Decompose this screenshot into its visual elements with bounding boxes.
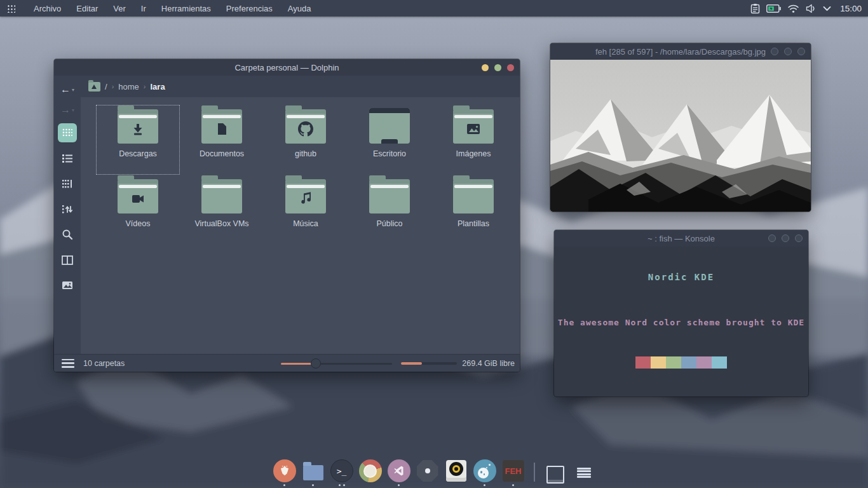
gear-icon: [417, 460, 438, 482]
compact-view-icon: [62, 179, 73, 189]
maximize-button[interactable]: [784, 48, 792, 55]
palette-swatch: [696, 356, 712, 369]
dock-vscode[interactable]: [387, 459, 411, 487]
dock-terminal[interactable]: >_: [330, 459, 354, 487]
menu-ayuda[interactable]: Ayuda: [281, 1, 318, 16]
menu-burger-button[interactable]: [62, 359, 74, 368]
menu-herramientas[interactable]: Herramientas: [154, 1, 218, 16]
breadcrumb-lara[interactable]: lara: [151, 82, 165, 92]
wifi-icon[interactable]: [787, 4, 799, 13]
breadcrumb-root[interactable]: /: [105, 82, 107, 92]
maximize-button[interactable]: [494, 64, 501, 71]
folder-item-musica[interactable]: Música: [264, 175, 348, 245]
konsole-titlebar[interactable]: ~ : fish — Konsole: [554, 230, 808, 247]
breadcrumb: / › home › lara: [81, 76, 520, 97]
terminal-heading: Nordic KDE: [554, 272, 808, 282]
forward-arrow-icon: →: [60, 104, 71, 116]
terminal-area[interactable]: Nordic KDE The awesome Nord color scheme…: [554, 247, 808, 395]
menu-ver[interactable]: Ver: [106, 1, 133, 16]
icons-view-button[interactable]: [58, 123, 77, 142]
close-button[interactable]: [797, 48, 805, 55]
app-launcher-button[interactable]: [0, 0, 22, 17]
dock-chromium[interactable]: [358, 459, 383, 487]
clipboard-icon[interactable]: [750, 3, 760, 14]
palette-swatch: [666, 356, 681, 369]
grid-icon: [7, 4, 15, 13]
dolphin-title: Carpeta personal — Dolphin: [54, 63, 520, 72]
folder-label: Público: [374, 219, 405, 229]
disk-usage-bar: [401, 362, 457, 365]
sort-button[interactable]: [58, 200, 77, 219]
split-view-button[interactable]: [58, 250, 77, 269]
maximize-button[interactable]: [782, 234, 789, 242]
folder-item-virtualbox-vms[interactable]: VirtualBox VMs: [180, 175, 264, 245]
back-caret-icon: ▾: [72, 87, 74, 93]
minimize-button[interactable]: [482, 64, 489, 71]
zoom-slider-knob[interactable]: [311, 358, 321, 369]
minimize-button[interactable]: [771, 48, 778, 55]
firefox-icon: [273, 459, 296, 482]
search-button[interactable]: [58, 225, 77, 244]
menu-preferencias[interactable]: Preferencias: [219, 1, 280, 16]
folder-item-plantillas[interactable]: Plantillas: [431, 175, 515, 245]
terminal-subtitle: The awesome Nord color scheme brought to…: [554, 318, 808, 327]
dock-media-player[interactable]: [444, 459, 468, 487]
clock[interactable]: 15:00: [840, 4, 862, 13]
folder-icon-plain: [201, 178, 242, 214]
breadcrumb-separator-icon: ›: [144, 83, 146, 90]
files-icon: [303, 465, 323, 480]
folder-item-publico[interactable]: Público: [348, 175, 431, 245]
menu-archivo[interactable]: Archivo: [27, 1, 68, 16]
folder-icon-github: [285, 108, 326, 144]
sort-icon: [62, 204, 73, 215]
folder-item-github[interactable]: github: [264, 105, 348, 175]
breadcrumb-separator-icon: ›: [112, 83, 114, 90]
folder-label: VirtualBox VMs: [192, 219, 251, 229]
folder-item-documentos[interactable]: Documentos: [180, 105, 264, 175]
dolphin-titlebar[interactable]: Carpeta personal — Dolphin: [54, 59, 520, 76]
folder-item-escritorio[interactable]: Escritorio: [348, 105, 431, 175]
dock-firefox[interactable]: [273, 459, 297, 487]
zoom-slider[interactable]: [281, 358, 392, 369]
folder-label: Escritorio: [370, 149, 409, 159]
folder-icon-document: [201, 108, 242, 144]
menu-editar[interactable]: Editar: [69, 1, 105, 16]
folder-item-videos[interactable]: Vídeos: [96, 175, 180, 245]
split-view-icon: [62, 255, 73, 265]
preview-button[interactable]: [58, 276, 77, 295]
dock-separator: [534, 463, 535, 482]
breadcrumb-home[interactable]: home: [118, 82, 139, 92]
forward-button[interactable]: → ▾: [60, 100, 74, 120]
folder-item-descargas[interactable]: Descargas: [96, 105, 180, 175]
dock-moon-app[interactable]: [473, 459, 497, 487]
compact-view-button[interactable]: [58, 174, 77, 193]
dock-settings[interactable]: [416, 459, 440, 487]
folder-item-imagenes[interactable]: Imágenes: [431, 105, 515, 175]
terminal-icon: >_: [330, 459, 353, 482]
system-tray: 15:00: [750, 3, 868, 14]
folder-icon-music: [285, 178, 326, 214]
chevron-down-icon[interactable]: [823, 6, 831, 11]
feh-titlebar[interactable]: feh [285 of 597] - /home/lara/Descargas/…: [550, 43, 811, 60]
folder-label: Plantillas: [455, 219, 492, 229]
dock-file-manager[interactable]: [301, 459, 325, 487]
folder-icon-video: [118, 178, 158, 214]
menu-ir[interactable]: Ir: [134, 1, 153, 16]
dock-show-desktop[interactable]: [543, 464, 567, 487]
minimize-button[interactable]: [768, 234, 776, 242]
close-button[interactable]: [507, 64, 514, 71]
icons-view-icon: [62, 127, 73, 139]
top-panel: Archivo Editar Ver Ir Herramientas Prefe…: [0, 0, 868, 17]
home-folder-icon[interactable]: [88, 82, 100, 92]
list-view-icon: [62, 153, 73, 163]
volume-icon[interactable]: [806, 4, 817, 13]
search-icon: [62, 229, 73, 240]
close-button[interactable]: [795, 234, 803, 242]
hamburger-icon: [577, 468, 591, 478]
dock-menu[interactable]: [572, 464, 596, 487]
list-view-button[interactable]: [58, 149, 77, 168]
back-button[interactable]: ← ▾: [60, 79, 74, 100]
battery-icon[interactable]: [766, 4, 781, 13]
feh-icon: FEH: [503, 460, 524, 482]
dock-feh[interactable]: FEH: [501, 459, 526, 487]
